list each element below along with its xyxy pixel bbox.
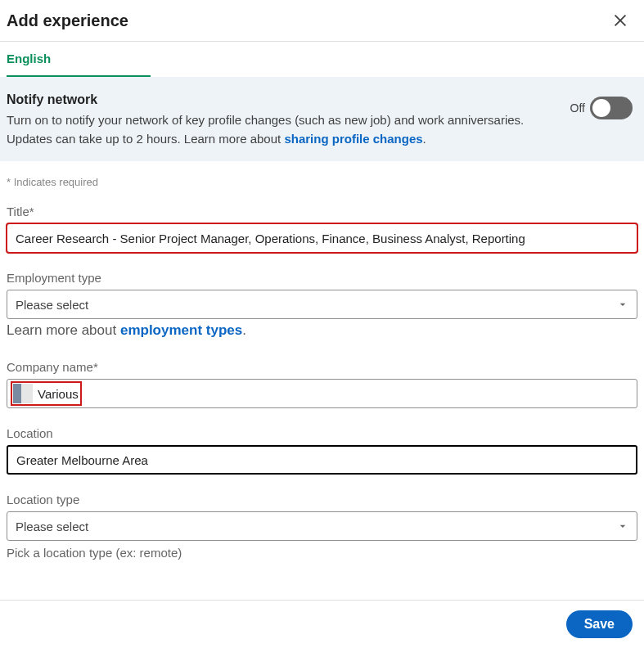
notify-network-box: Notify network Turn on to notify your ne… xyxy=(0,77,644,161)
language-tabs: English xyxy=(0,42,644,77)
modal-header: Add experience xyxy=(0,0,644,42)
notify-description: Turn on to notify your network of key pr… xyxy=(7,111,557,148)
company-logo-icon xyxy=(13,384,33,403)
employment-type-learn-more: Learn more about employment types. xyxy=(7,322,637,339)
notify-toggle[interactable] xyxy=(590,97,633,119)
close-button[interactable] xyxy=(608,8,633,33)
company-name-input[interactable]: Various xyxy=(7,379,637,408)
employment-types-link[interactable]: employment types xyxy=(120,322,242,338)
employment-type-label: Employment type xyxy=(7,271,637,285)
company-name-value: Various xyxy=(38,387,79,401)
title-input[interactable] xyxy=(7,223,637,253)
modal-footer: Save xyxy=(0,600,644,648)
save-button[interactable]: Save xyxy=(566,610,633,638)
notify-desc-text: Turn on to notify your network of key pr… xyxy=(7,113,524,146)
notify-text: Notify network Turn on to notify your ne… xyxy=(7,90,557,148)
company-highlight: Various xyxy=(12,383,80,404)
close-icon xyxy=(611,11,629,29)
location-field: Location xyxy=(7,426,637,475)
learn-period: . xyxy=(242,322,246,338)
company-name-field: Company name* Various xyxy=(7,360,637,408)
required-indicator-note: * Indicates required xyxy=(7,176,637,188)
company-name-label: Company name* xyxy=(7,360,637,374)
notify-toggle-wrap: Off xyxy=(570,97,633,119)
tab-english[interactable]: English xyxy=(7,42,151,77)
learn-prefix: Learn more about xyxy=(7,322,120,338)
location-type-label: Location type xyxy=(7,493,637,506)
title-label: Title* xyxy=(7,205,637,218)
modal-title: Add experience xyxy=(7,11,128,30)
notify-period: . xyxy=(423,132,426,146)
location-type-hint: Pick a location type (ex: remote) xyxy=(7,546,637,560)
toggle-knob xyxy=(592,99,610,117)
location-type-field: Location type Please select Pick a locat… xyxy=(7,493,637,560)
location-type-select[interactable]: Please select xyxy=(7,511,637,541)
notify-title: Notify network xyxy=(7,90,557,110)
employment-type-select[interactable]: Please select xyxy=(7,290,637,319)
title-field: Title* xyxy=(7,205,637,253)
form-content: * Indicates required Title* Employment t… xyxy=(0,161,644,560)
toggle-state-label: Off xyxy=(570,101,585,115)
location-input[interactable] xyxy=(7,445,637,475)
location-label: Location xyxy=(7,426,637,440)
sharing-profile-changes-link[interactable]: sharing profile changes xyxy=(284,132,422,146)
employment-type-field: Employment type Please select xyxy=(7,271,637,319)
